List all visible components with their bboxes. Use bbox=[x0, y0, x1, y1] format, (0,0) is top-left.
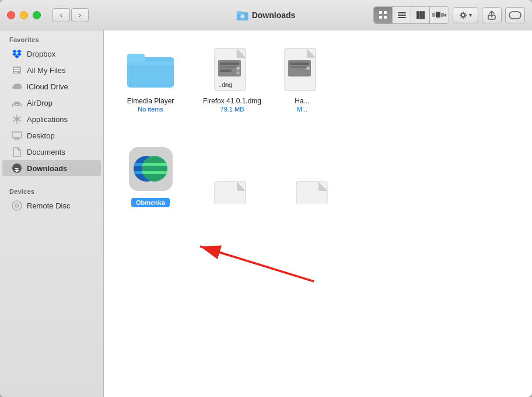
titlebar: ‹ › Downloads bbox=[0, 0, 532, 30]
window-title-area: Downloads bbox=[237, 9, 296, 21]
svg-rect-79 bbox=[142, 175, 167, 178]
svg-rect-26 bbox=[14, 68, 20, 69]
close-button[interactable] bbox=[7, 11, 15, 19]
downloads-icon bbox=[12, 163, 22, 173]
arrange-dropdown[interactable]: ▾ bbox=[453, 7, 478, 23]
file-item-firefox[interactable]: .dmg Firefox 41.0.1.dmg 79.1 MB bbox=[197, 42, 267, 117]
gear-icon bbox=[459, 11, 467, 19]
maximize-button[interactable] bbox=[33, 11, 41, 19]
sidebar-item-desktop[interactable]: Desktop bbox=[2, 127, 101, 144]
sidebar-item-label: Documents bbox=[27, 148, 65, 156]
svg-point-36 bbox=[15, 117, 19, 121]
svg-rect-27 bbox=[14, 70, 20, 71]
svg-line-85 bbox=[200, 246, 314, 281]
svg-rect-19 bbox=[509, 12, 521, 19]
sidebar-item-label: Remote Disc bbox=[27, 201, 70, 210]
svg-rect-39 bbox=[13, 139, 20, 140]
sidebar-item-label: All My Files bbox=[27, 66, 65, 75]
file-subtitle-elmedia: No items bbox=[138, 106, 163, 113]
bottom-left-icon bbox=[209, 180, 256, 204]
coverflow-view-button[interactable]: ▾ bbox=[430, 7, 449, 23]
svg-rect-9 bbox=[398, 15, 406, 16]
svg-rect-54 bbox=[220, 62, 239, 65]
file-name-elmedia: Elmedia Player bbox=[127, 97, 174, 105]
icon-view-button[interactable] bbox=[374, 7, 393, 23]
sidebar-item-downloads[interactable]: Downloads bbox=[2, 160, 101, 176]
back-button[interactable]: ‹ bbox=[52, 8, 70, 22]
svg-rect-15 bbox=[432, 13, 435, 17]
file-subtitle-partial: M... bbox=[297, 106, 307, 113]
file-item-bottom-right[interactable] bbox=[279, 176, 349, 212]
sidebar: Favorites Dropbox bbox=[0, 30, 104, 397]
devices-section-label: Devices bbox=[0, 182, 103, 197]
svg-rect-55 bbox=[220, 66, 239, 68]
sidebar-item-dropbox[interactable]: Dropbox bbox=[2, 46, 101, 62]
svg-rect-78 bbox=[142, 171, 167, 174]
sidebar-item-applications[interactable]: Applications bbox=[2, 111, 101, 127]
sidebar-item-label: iCloud Drive bbox=[27, 82, 68, 91]
sidebar-item-all-my-files[interactable]: All My Files bbox=[2, 62, 101, 78]
sidebar-item-label: Applications bbox=[27, 115, 68, 124]
column-view-button[interactable] bbox=[411, 7, 430, 23]
file-name-partial: Ha... bbox=[295, 97, 309, 105]
documents-icon bbox=[12, 147, 22, 157]
svg-rect-13 bbox=[422, 11, 425, 19]
airdrop-icon bbox=[12, 97, 22, 108]
minimize-button[interactable] bbox=[20, 11, 28, 19]
file-area: Elmedia Player No items bbox=[104, 30, 532, 397]
app-icon-obmenka bbox=[127, 145, 174, 192]
file-subtitle-firefox: 79.1 MB bbox=[220, 106, 244, 113]
finder-window: ‹ › Downloads bbox=[0, 0, 532, 397]
all-files-icon bbox=[12, 65, 22, 75]
svg-rect-37 bbox=[12, 132, 22, 138]
svg-rect-28 bbox=[14, 72, 18, 73]
desktop-icon bbox=[12, 130, 22, 141]
folder-icon-elmedia bbox=[127, 47, 174, 93]
tag-icon bbox=[509, 11, 522, 19]
sidebar-item-label: Downloads bbox=[27, 164, 67, 173]
svg-rect-43 bbox=[15, 170, 19, 171]
svg-rect-6 bbox=[379, 16, 382, 19]
file-item-obmenka[interactable]: Obmenka bbox=[116, 141, 186, 212]
dmg-icon-firefox: .dmg bbox=[209, 47, 256, 93]
applications-icon bbox=[12, 114, 22, 124]
svg-rect-80 bbox=[215, 182, 246, 204]
dmg-icon-partial bbox=[279, 47, 326, 93]
svg-rect-76 bbox=[142, 163, 167, 166]
tag-button[interactable] bbox=[505, 7, 525, 23]
obmenka-icon-bg bbox=[129, 147, 173, 191]
bottom-right-icon bbox=[290, 180, 337, 204]
svg-rect-10 bbox=[398, 17, 406, 18]
svg-point-57 bbox=[236, 71, 240, 75]
svg-rect-12 bbox=[419, 11, 422, 19]
sidebar-item-label: Desktop bbox=[27, 131, 55, 140]
svg-point-65 bbox=[306, 67, 310, 70]
file-item-bottom-left[interactable] bbox=[197, 176, 267, 212]
svg-rect-4 bbox=[379, 11, 382, 14]
list-view-button[interactable] bbox=[393, 7, 411, 23]
sidebar-item-icloud-drive[interactable]: iCloud Drive bbox=[2, 78, 101, 95]
file-item-elmedia[interactable]: Elmedia Player No items bbox=[116, 42, 186, 117]
file-name-firefox: Firefox 41.0.1.dmg bbox=[203, 97, 261, 105]
icloud-icon bbox=[12, 81, 22, 92]
svg-point-17 bbox=[461, 13, 465, 17]
svg-text:.dmg: .dmg bbox=[218, 82, 232, 88]
traffic-lights bbox=[7, 11, 41, 19]
forward-button[interactable]: › bbox=[71, 8, 89, 22]
svg-line-34 bbox=[13, 120, 16, 121]
file-item-partial[interactable]: Ha... M... bbox=[279, 42, 326, 117]
share-button[interactable] bbox=[482, 7, 502, 23]
sidebar-item-documents[interactable]: Documents bbox=[2, 144, 101, 160]
window-title: Downloads bbox=[252, 11, 296, 20]
svg-line-35 bbox=[18, 117, 21, 119]
grid-icon bbox=[379, 11, 388, 20]
toolbar-right: ▾ ▾ bbox=[373, 6, 525, 24]
sidebar-item-remote-disc[interactable]: Remote Disc bbox=[2, 197, 101, 214]
svg-point-46 bbox=[16, 205, 18, 206]
svg-rect-49 bbox=[127, 62, 174, 65]
sidebar-item-airdrop[interactable]: AirDrop bbox=[2, 95, 101, 111]
view-toggle-group: ▾ bbox=[373, 6, 449, 24]
columns-icon bbox=[416, 11, 425, 20]
sidebar-item-label: Dropbox bbox=[27, 50, 55, 58]
svg-rect-82 bbox=[296, 182, 327, 204]
